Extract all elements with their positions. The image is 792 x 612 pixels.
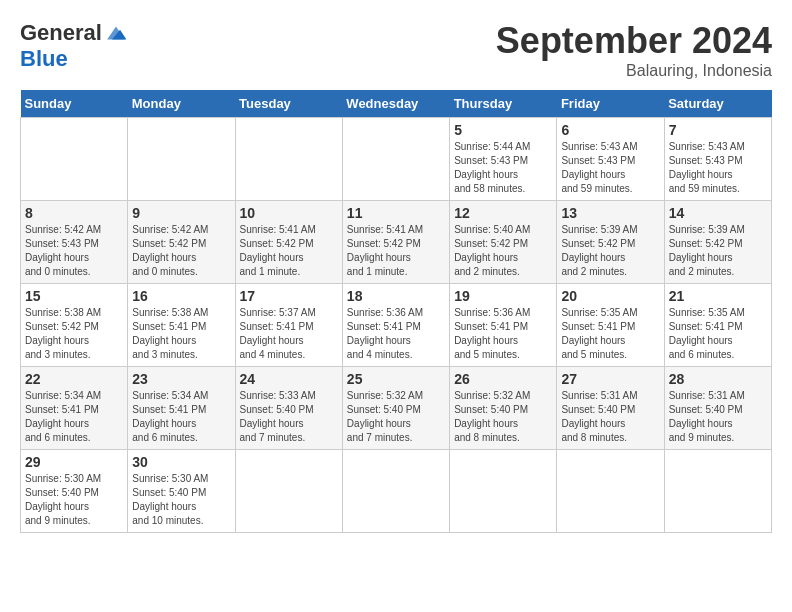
calendar-cell: 26Sunrise: 5:32 AMSunset: 5:40 PMDayligh… — [450, 367, 557, 450]
header-sunday: Sunday — [21, 90, 128, 118]
calendar-week-1: 5Sunrise: 5:44 AMSunset: 5:43 PMDaylight… — [21, 118, 772, 201]
calendar-cell: 12Sunrise: 5:40 AMSunset: 5:42 PMDayligh… — [450, 201, 557, 284]
calendar-cell: 14Sunrise: 5:39 AMSunset: 5:42 PMDayligh… — [664, 201, 771, 284]
header-wednesday: Wednesday — [342, 90, 449, 118]
day-info: Sunrise: 5:39 AMSunset: 5:42 PMDaylight … — [561, 223, 659, 279]
day-number: 26 — [454, 371, 552, 387]
day-number: 18 — [347, 288, 445, 304]
calendar-cell: 24Sunrise: 5:33 AMSunset: 5:40 PMDayligh… — [235, 367, 342, 450]
day-number: 16 — [132, 288, 230, 304]
day-info: Sunrise: 5:34 AMSunset: 5:41 PMDaylight … — [25, 389, 123, 445]
day-number: 30 — [132, 454, 230, 470]
calendar-cell: 6Sunrise: 5:43 AMSunset: 5:43 PMDaylight… — [557, 118, 664, 201]
calendar-cell: 8Sunrise: 5:42 AMSunset: 5:43 PMDaylight… — [21, 201, 128, 284]
calendar-cell: 16Sunrise: 5:38 AMSunset: 5:41 PMDayligh… — [128, 284, 235, 367]
month-title: September 2024 — [496, 20, 772, 62]
day-info: Sunrise: 5:42 AMSunset: 5:43 PMDaylight … — [25, 223, 123, 279]
calendar-cell — [342, 118, 449, 201]
calendar-table: Sunday Monday Tuesday Wednesday Thursday… — [20, 90, 772, 533]
calendar-cell: 23Sunrise: 5:34 AMSunset: 5:41 PMDayligh… — [128, 367, 235, 450]
calendar-cell: 25Sunrise: 5:32 AMSunset: 5:40 PMDayligh… — [342, 367, 449, 450]
calendar-cell: 29Sunrise: 5:30 AMSunset: 5:40 PMDayligh… — [21, 450, 128, 533]
calendar-cell: 13Sunrise: 5:39 AMSunset: 5:42 PMDayligh… — [557, 201, 664, 284]
calendar-cell — [664, 450, 771, 533]
calendar-cell — [450, 450, 557, 533]
day-info: Sunrise: 5:31 AMSunset: 5:40 PMDaylight … — [669, 389, 767, 445]
calendar-cell — [235, 118, 342, 201]
page-header: General Blue September 2024 Balauring, I… — [20, 20, 772, 80]
day-number: 12 — [454, 205, 552, 221]
day-number: 6 — [561, 122, 659, 138]
day-number: 27 — [561, 371, 659, 387]
calendar-cell — [557, 450, 664, 533]
day-number: 9 — [132, 205, 230, 221]
header-saturday: Saturday — [664, 90, 771, 118]
calendar-cell: 5Sunrise: 5:44 AMSunset: 5:43 PMDaylight… — [450, 118, 557, 201]
day-number: 10 — [240, 205, 338, 221]
day-number: 24 — [240, 371, 338, 387]
day-info: Sunrise: 5:43 AMSunset: 5:43 PMDaylight … — [561, 140, 659, 196]
day-number: 20 — [561, 288, 659, 304]
logo-icon — [104, 21, 128, 45]
calendar-cell: 21Sunrise: 5:35 AMSunset: 5:41 PMDayligh… — [664, 284, 771, 367]
calendar-cell: 9Sunrise: 5:42 AMSunset: 5:42 PMDaylight… — [128, 201, 235, 284]
location: Balauring, Indonesia — [496, 62, 772, 80]
calendar-cell — [21, 118, 128, 201]
title-section: September 2024 Balauring, Indonesia — [496, 20, 772, 80]
calendar-week-3: 15Sunrise: 5:38 AMSunset: 5:42 PMDayligh… — [21, 284, 772, 367]
day-info: Sunrise: 5:43 AMSunset: 5:43 PMDaylight … — [669, 140, 767, 196]
calendar-cell: 20Sunrise: 5:35 AMSunset: 5:41 PMDayligh… — [557, 284, 664, 367]
header-monday: Monday — [128, 90, 235, 118]
calendar-cell: 11Sunrise: 5:41 AMSunset: 5:42 PMDayligh… — [342, 201, 449, 284]
calendar-cell: 19Sunrise: 5:36 AMSunset: 5:41 PMDayligh… — [450, 284, 557, 367]
logo: General Blue — [20, 20, 128, 72]
day-number: 14 — [669, 205, 767, 221]
calendar-cell: 10Sunrise: 5:41 AMSunset: 5:42 PMDayligh… — [235, 201, 342, 284]
calendar-cell — [342, 450, 449, 533]
calendar-cell: 17Sunrise: 5:37 AMSunset: 5:41 PMDayligh… — [235, 284, 342, 367]
calendar-week-2: 8Sunrise: 5:42 AMSunset: 5:43 PMDaylight… — [21, 201, 772, 284]
day-info: Sunrise: 5:30 AMSunset: 5:40 PMDaylight … — [132, 472, 230, 528]
logo-general-text: General — [20, 20, 102, 46]
calendar-cell — [235, 450, 342, 533]
day-info: Sunrise: 5:38 AMSunset: 5:41 PMDaylight … — [132, 306, 230, 362]
calendar-cell: 27Sunrise: 5:31 AMSunset: 5:40 PMDayligh… — [557, 367, 664, 450]
day-info: Sunrise: 5:38 AMSunset: 5:42 PMDaylight … — [25, 306, 123, 362]
day-number: 15 — [25, 288, 123, 304]
calendar-cell: 18Sunrise: 5:36 AMSunset: 5:41 PMDayligh… — [342, 284, 449, 367]
day-number: 13 — [561, 205, 659, 221]
day-number: 25 — [347, 371, 445, 387]
logo-blue-text: Blue — [20, 46, 68, 72]
calendar-cell: 28Sunrise: 5:31 AMSunset: 5:40 PMDayligh… — [664, 367, 771, 450]
day-number: 21 — [669, 288, 767, 304]
day-info: Sunrise: 5:40 AMSunset: 5:42 PMDaylight … — [454, 223, 552, 279]
day-number: 5 — [454, 122, 552, 138]
calendar-cell: 22Sunrise: 5:34 AMSunset: 5:41 PMDayligh… — [21, 367, 128, 450]
header-friday: Friday — [557, 90, 664, 118]
day-info: Sunrise: 5:31 AMSunset: 5:40 PMDaylight … — [561, 389, 659, 445]
day-number: 22 — [25, 371, 123, 387]
day-info: Sunrise: 5:41 AMSunset: 5:42 PMDaylight … — [347, 223, 445, 279]
calendar-week-4: 22Sunrise: 5:34 AMSunset: 5:41 PMDayligh… — [21, 367, 772, 450]
weekday-header-row: Sunday Monday Tuesday Wednesday Thursday… — [21, 90, 772, 118]
calendar-cell: 30Sunrise: 5:30 AMSunset: 5:40 PMDayligh… — [128, 450, 235, 533]
day-info: Sunrise: 5:32 AMSunset: 5:40 PMDaylight … — [454, 389, 552, 445]
day-info: Sunrise: 5:36 AMSunset: 5:41 PMDaylight … — [347, 306, 445, 362]
day-number: 7 — [669, 122, 767, 138]
day-info: Sunrise: 5:30 AMSunset: 5:40 PMDaylight … — [25, 472, 123, 528]
day-number: 28 — [669, 371, 767, 387]
day-info: Sunrise: 5:33 AMSunset: 5:40 PMDaylight … — [240, 389, 338, 445]
day-info: Sunrise: 5:39 AMSunset: 5:42 PMDaylight … — [669, 223, 767, 279]
day-info: Sunrise: 5:36 AMSunset: 5:41 PMDaylight … — [454, 306, 552, 362]
header-tuesday: Tuesday — [235, 90, 342, 118]
calendar-cell — [128, 118, 235, 201]
day-number: 19 — [454, 288, 552, 304]
day-number: 8 — [25, 205, 123, 221]
day-info: Sunrise: 5:32 AMSunset: 5:40 PMDaylight … — [347, 389, 445, 445]
calendar-week-5: 29Sunrise: 5:30 AMSunset: 5:40 PMDayligh… — [21, 450, 772, 533]
day-info: Sunrise: 5:35 AMSunset: 5:41 PMDaylight … — [669, 306, 767, 362]
calendar-cell: 15Sunrise: 5:38 AMSunset: 5:42 PMDayligh… — [21, 284, 128, 367]
day-info: Sunrise: 5:44 AMSunset: 5:43 PMDaylight … — [454, 140, 552, 196]
day-number: 11 — [347, 205, 445, 221]
day-info: Sunrise: 5:37 AMSunset: 5:41 PMDaylight … — [240, 306, 338, 362]
